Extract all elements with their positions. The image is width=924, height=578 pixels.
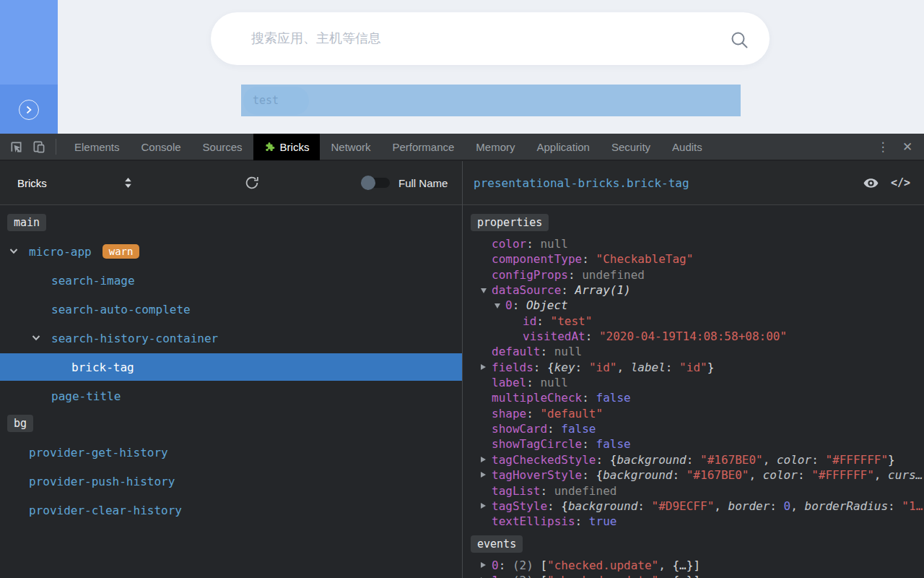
tab-console[interactable]: Console [131,134,192,160]
token: : [888,499,902,513]
tree-node-provider-get-history[interactable]: provider-get-history [0,438,462,467]
tree-node-search-auto-complete[interactable]: search-auto-complete [0,295,462,324]
inspect-element-icon[interactable] [9,140,23,154]
tab-label: Console [141,141,181,153]
tab-network[interactable]: Network [320,134,381,160]
token: color [492,237,526,251]
tab-bricks[interactable]: Bricks [253,134,321,160]
devtools-tabs: ElementsConsoleSourcesBricksNetworkPerfo… [64,134,713,160]
close-devtools-icon[interactable]: ✕ [898,139,917,155]
token: (2) [513,558,541,572]
token: background [603,468,672,482]
token: null [540,237,568,251]
expander-icon[interactable] [481,364,486,370]
token: "#FFFFFF" [825,453,888,467]
token: : [533,361,547,374]
token: "#167BE0" [700,453,763,467]
property-row: color: null [463,236,924,251]
refresh-icon[interactable] [244,161,260,204]
tab-security[interactable]: Security [601,134,661,160]
token: null [540,376,568,389]
tree-node-micro-app[interactable]: micro-appwarn [0,237,462,266]
device-toolbar-icon[interactable] [32,140,45,154]
token: color [763,468,798,482]
full-name-toggle[interactable] [362,161,390,204]
token: shape [492,407,526,420]
devtools-tabbar: ElementsConsoleSourcesBricksNetworkPerfo… [0,134,924,160]
tree-node-provider-clear-history[interactable]: provider-clear-history [0,496,462,525]
token: , [658,574,672,578]
token: ] [693,558,700,572]
token: textEllipsis [492,514,575,528]
chevron-down-icon[interactable] [32,335,40,341]
tab-performance[interactable]: Performance [381,134,465,160]
events-list: 0: (2) ["checked.update", {…}]1: (2) ["c… [463,558,924,578]
tree-node-brick-tag[interactable]: brick-tag [0,353,462,381]
token: "default" [540,407,603,420]
tree-node-label: provider-get-history [29,446,168,460]
tab-label: Network [331,141,370,153]
expander-icon[interactable] [494,303,500,309]
tab-application[interactable]: Application [526,134,601,160]
tab-elements[interactable]: Elements [64,134,131,160]
token: {…} [672,558,693,572]
sort-icon[interactable] [124,161,132,204]
token: : [687,453,700,467]
tree-node-provider-push-history[interactable]: provider-push-history [0,467,462,496]
expander-icon[interactable] [481,503,486,509]
token: : [582,252,596,266]
properties-section-badge: properties [471,214,549,231]
eye-icon[interactable] [863,161,879,204]
token: : [596,453,610,467]
full-name-label: Full Name [398,161,448,204]
expander-icon[interactable] [481,288,487,293]
property-row: componentType: "CheckableTag" [463,251,924,267]
property-row: multipleCheck: false [463,390,924,405]
token: { [561,499,568,513]
token: tagCheckedStyle [492,453,596,467]
token: 1 [492,574,499,578]
sidebar-expand-button[interactable] [19,100,39,120]
token: fields [492,361,533,374]
token: "#167BE0" [687,468,749,482]
search-icon[interactable] [730,30,749,53]
token: background [616,453,686,467]
token: , [616,361,630,374]
tab-audits[interactable]: Audits [661,134,713,160]
token: , [763,453,777,467]
token: : [575,514,589,528]
expander-icon[interactable] [481,457,486,462]
tree-node-page-title[interactable]: page-title [0,381,462,410]
selected-brick-name: presentational-bricks.brick-tag [474,161,689,204]
toggle-knob [361,176,375,190]
expander-icon[interactable] [481,472,486,478]
search-input[interactable]: 搜索应用、主机等信息 [211,12,770,65]
token: background [568,499,637,513]
token: false [561,422,596,436]
tree-scope-badge-bg: bg [7,415,33,432]
tree-node-search-image[interactable]: search-image [0,266,462,295]
token: : [561,283,575,297]
chevron-down-icon[interactable] [9,249,18,254]
token: : [536,314,550,328]
token: "#FFFFFF" [811,468,874,482]
more-menu-icon[interactable]: ⋮ [873,139,892,155]
token: color [777,453,811,467]
tab-memory[interactable]: Memory [465,134,526,160]
panel-title: Bricks [17,161,47,204]
token: : [582,468,596,482]
property-row: tagCheckedStyle: {background: "#167BE0",… [463,452,924,467]
tab-sources[interactable]: Sources [192,134,253,160]
tree-node-search-history-container[interactable]: search-history-container [0,324,462,353]
token: label [631,361,666,374]
property-row: tagStyle: {background: "#D9ECFF", border… [463,499,924,514]
token: borderRadius [805,499,889,513]
token: : [499,574,513,578]
property-row: 0: (2) ["checked.update", {…}] [463,558,924,573]
token: default [492,345,540,358]
token: id [523,314,536,328]
expander-icon[interactable] [481,562,486,568]
token: : [547,422,561,436]
view-source-icon[interactable]: </> [891,161,910,204]
token: border [728,499,770,513]
